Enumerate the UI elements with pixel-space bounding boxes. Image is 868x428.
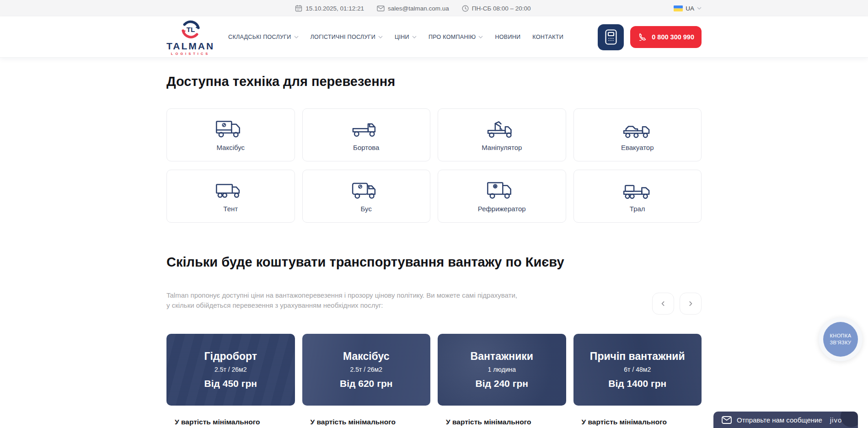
- price-card-spec: 6т / 48м2: [624, 366, 651, 373]
- vehicle-card-tent[interactable]: Тент: [166, 170, 295, 223]
- vehicles-section: Доступна техніка для перевезення Максібу…: [166, 74, 702, 223]
- price-card-spec: 2.5т / 26м2: [214, 366, 247, 373]
- vehicle-card-bortova[interactable]: Бортова: [302, 108, 431, 161]
- logo-subtitle: LOGISTICS: [171, 52, 210, 56]
- vehicle-card-evakuator[interactable]: Евакуатор: [573, 108, 702, 161]
- price-card-price: Від 450 грн: [204, 378, 257, 389]
- price-card-image: Причіп вантажний 6т / 48м2 Від 1400 грн: [573, 334, 702, 406]
- price-card-note: У вартість мінімального замовлення за 45…: [438, 406, 566, 428]
- tent-truck-icon: [215, 180, 246, 201]
- chevron-down-icon: [478, 36, 483, 38]
- vehicle-label: Бус: [361, 205, 372, 213]
- price-card-name: Гідроборт: [204, 350, 257, 363]
- price-card-name: Причіп вантажний: [590, 350, 685, 363]
- price-card-note: У вартість мінімального замовлення за 45…: [166, 406, 295, 428]
- price-card-price: Від 620 грн: [340, 378, 392, 389]
- crane-truck-icon: [487, 118, 517, 139]
- nav-item-prices[interactable]: ЦІНИ: [395, 34, 417, 40]
- price-card-spec: 2.5т / 26м2: [350, 366, 382, 373]
- carousel-controls: [652, 293, 702, 315]
- main-nav: СКЛАДСЬКІ ПОСЛУГИ ЛОГІСТИЧНІ ПОСЛУГИ ЦІН…: [228, 34, 563, 40]
- vehicle-label: Тент: [223, 205, 238, 213]
- price-card-spec: 1 людина: [488, 366, 516, 373]
- vehicle-label: Маніпулятор: [482, 144, 522, 151]
- email-link[interactable]: sales@talman.com.ua: [377, 5, 449, 12]
- nav-label: КОНТАКТИ: [532, 34, 563, 40]
- price-card-name: Вантажники: [471, 350, 533, 363]
- carousel-next-button[interactable]: [680, 293, 702, 315]
- nav-label: ПРО КОМПАНІЮ: [429, 34, 476, 40]
- phone-number: 0 800 300 990: [652, 33, 694, 41]
- price-card-maksibus: Максібус 2.5т / 26м2 Від 620 грн У варті…: [302, 334, 431, 428]
- logo[interactable]: TL TALMAN LOGISTICS: [166, 18, 214, 56]
- nav-item-about[interactable]: ПРО КОМПАНІЮ: [429, 34, 483, 40]
- price-card-price: Від 240 грн: [476, 378, 528, 389]
- svg-text:TL: TL: [186, 26, 195, 33]
- nav-label: СКЛАДСЬКІ ПОСЛУГИ: [228, 34, 291, 40]
- email-text: sales@talman.com.ua: [388, 5, 449, 12]
- price-card-hidrobort: Гідроборт 2.5т / 26м2 Від 450 грн У варт…: [166, 334, 295, 428]
- vehicles-grid: Максібус Бортова Маніпулятор: [166, 108, 702, 223]
- callback-label: КНОПКА ЗВ'ЯЗКУ: [826, 332, 855, 346]
- tow-truck-icon: [622, 118, 653, 139]
- vehicle-card-tral[interactable]: Трал: [573, 170, 702, 223]
- refrigerator-truck-icon: [487, 180, 517, 201]
- price-card-note: У вартість мінімального замовлення за 45…: [302, 406, 431, 428]
- maksibus-truck-icon: [215, 118, 246, 139]
- vehicle-label: Рефрижератор: [478, 205, 526, 213]
- phone-button[interactable]: 0 800 300 990: [630, 26, 702, 48]
- clock-icon: [462, 5, 469, 12]
- price-card-prychip: Причіп вантажний 6т / 48м2 Від 1400 грн …: [573, 334, 702, 428]
- pricing-description: Talman пропонує доступні ціни на вантажо…: [166, 290, 521, 310]
- vehicle-label: Евакуатор: [621, 144, 654, 151]
- chat-message: Отправьте нам сообщение: [737, 416, 822, 424]
- price-card-image: Гідроборт 2.5т / 26м2 Від 450 грн: [166, 334, 295, 406]
- language-selector[interactable]: UA: [674, 0, 702, 16]
- ua-flag-icon: [674, 5, 683, 11]
- nav-label: НОВИНИ: [495, 34, 520, 40]
- price-card-vantazhnyky: Вантажники 1 людина Від 240 грн У вартіс…: [438, 334, 566, 428]
- carousel-prev-button[interactable]: [652, 293, 674, 315]
- working-hours: ПН-СБ 08:00 – 20:00: [462, 5, 531, 12]
- price-card-image: Максібус 2.5т / 26м2 Від 620 грн: [302, 334, 431, 406]
- envelope-icon: [377, 5, 385, 11]
- callback-button[interactable]: КНОПКА ЗВ'ЯЗКУ: [819, 317, 863, 361]
- datetime-text: 15.10.2025, 01:12:21: [305, 5, 364, 12]
- price-card-note: У вартість мінімального замовлення за 45…: [573, 406, 702, 428]
- chat-bubble-decoration: [841, 412, 858, 427]
- phone-icon: [638, 32, 648, 42]
- vehicle-card-maksibus[interactable]: Максібус: [166, 108, 295, 161]
- price-card-name: Максібус: [343, 350, 390, 363]
- flatbed-truck-icon: [351, 118, 381, 139]
- chat-widget[interactable]: Отправьте нам сообщение jivo: [713, 412, 858, 428]
- datetime: 15.10.2025, 01:12:21: [295, 5, 364, 12]
- calendar-icon: [295, 5, 302, 12]
- calculator-button[interactable]: [598, 24, 624, 50]
- chevron-down-icon: [378, 36, 383, 38]
- nav-item-contacts[interactable]: КОНТАКТИ: [532, 34, 563, 40]
- nav-item-news[interactable]: НОВИНИ: [495, 34, 520, 40]
- nav-item-warehouse-services[interactable]: СКЛАДСЬКІ ПОСЛУГИ: [228, 34, 299, 40]
- vehicle-card-bus[interactable]: Бус: [302, 170, 431, 223]
- topbar: 15.10.2025, 01:12:21 sales@talman.com.ua…: [0, 0, 868, 16]
- price-card-image: Вантажники 1 людина Від 240 грн: [438, 334, 566, 406]
- vehicle-label: Трал: [630, 205, 645, 213]
- vehicle-card-refrigerator[interactable]: Рефрижератор: [438, 170, 566, 223]
- chat-envelope-icon: [722, 416, 732, 424]
- calculator-icon: [605, 29, 617, 45]
- chevron-down-icon: [412, 36, 417, 38]
- chevron-left-icon: [659, 299, 668, 308]
- chevron-down-icon: [697, 7, 702, 10]
- nav-item-logistics-services[interactable]: ЛОГІСТИЧНІ ПОСЛУГИ: [311, 34, 383, 40]
- header: TL TALMAN LOGISTICS СКЛАДСЬКІ ПОСЛУГИ ЛО…: [0, 16, 868, 58]
- logo-title: TALMAN: [166, 41, 214, 51]
- language-label: UA: [686, 5, 694, 12]
- vehicle-card-manipulator[interactable]: Маніпулятор: [438, 108, 566, 161]
- pricing-title: Скільки буде коштувати транспортування в…: [166, 255, 702, 270]
- hours-text: ПН-СБ 08:00 – 20:00: [472, 5, 531, 12]
- vehicle-label: Максібус: [216, 144, 245, 151]
- nav-label: ЛОГІСТИЧНІ ПОСЛУГИ: [311, 34, 375, 40]
- vehicle-label: Бортова: [353, 144, 379, 151]
- trawl-truck-icon: [622, 180, 653, 201]
- logo-emblem-icon: TL: [180, 18, 202, 40]
